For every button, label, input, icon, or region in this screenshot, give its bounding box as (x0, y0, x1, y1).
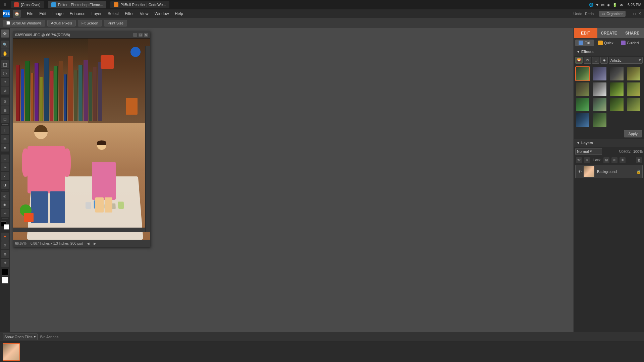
effect-thumb-11[interactable] (609, 97, 624, 112)
bg-fg-color-box[interactable] (2, 277, 8, 284)
menu-layer[interactable]: Layer (89, 10, 104, 17)
tab-editor[interactable]: Editor - Photoshop Eleme... (48, 1, 107, 8)
background-layer-row[interactable]: 👁 Background 🔒 (575, 165, 643, 178)
magic-wand-tool[interactable]: ✦ (1, 78, 9, 86)
win-restore[interactable]: □ (633, 12, 636, 16)
filmstrip-item-1[interactable] (3, 343, 20, 361)
styles-btn[interactable]: ◈ (600, 57, 608, 64)
redo-button[interactable]: Redo (585, 12, 594, 16)
zoom-tool[interactable]: 🔍 (1, 41, 9, 49)
nav-next[interactable]: ▶ (94, 242, 96, 245)
apply-button[interactable]: Apply (624, 130, 642, 137)
effect-thumb-4[interactable] (626, 66, 641, 81)
menu-window[interactable]: Window (152, 10, 172, 17)
clone-stamp-tool[interactable]: ⊕ (1, 250, 9, 258)
recompose-tool[interactable]: ⊞ (1, 106, 9, 114)
effect-thumb-5[interactable] (575, 82, 590, 97)
effect-thumb-1[interactable] (575, 66, 590, 81)
print-size-button[interactable]: Print Size (104, 20, 127, 26)
move-tool[interactable]: ✥ (1, 29, 9, 38)
layer-styles-btn[interactable]: ⧉ (584, 57, 591, 64)
win-close[interactable]: ✕ (638, 11, 641, 16)
tab-pitbull[interactable]: PitBull Reseller | CodeWe... (110, 1, 169, 8)
menu-edit[interactable]: Edit (37, 10, 49, 17)
eraser-tool[interactable]: ◨ (1, 181, 9, 189)
effect-thumb-13[interactable] (575, 113, 590, 127)
share-mode-tab[interactable]: SHARE (621, 28, 644, 38)
healing-tool[interactable]: ✚ (1, 259, 9, 267)
pencil-tool[interactable]: ∕ (1, 172, 9, 180)
nav-prev[interactable]: ◀ (87, 242, 90, 245)
menu-image[interactable]: Image (50, 10, 66, 17)
blend-mode-dropdown[interactable]: Normal ▾ (575, 148, 602, 155)
lock-transparent-btn[interactable]: ⊠ (603, 157, 609, 163)
effect-thumb-9[interactable] (575, 97, 590, 112)
lock-paint-btn[interactable]: ✏ (611, 157, 618, 163)
straighten-tool[interactable]: ◫ (1, 115, 9, 123)
brush-tool[interactable]: ✏ (1, 163, 9, 171)
tab-crossover[interactable]: [CrossOver] (11, 1, 44, 8)
effect-thumb-12[interactable] (626, 97, 641, 112)
effects-header[interactable]: ▼ Effects (574, 48, 644, 56)
edit-mode-tab[interactable]: EDIT (574, 28, 597, 38)
menu-enhance[interactable]: Enhance (67, 10, 88, 17)
color-swatches[interactable] (1, 222, 9, 230)
heart-tool[interactable]: ♥ (1, 233, 9, 241)
hand-tool[interactable]: ✋ (1, 49, 9, 57)
effect-thumb-8[interactable] (626, 82, 641, 97)
sponge-tool[interactable]: ◉ (1, 200, 9, 208)
quick-select-tool[interactable]: ⊘ (1, 86, 9, 95)
layer-visibility-eye[interactable]: 👁 (577, 169, 582, 174)
canvas-minimize[interactable]: ─ (133, 33, 137, 37)
canvas-horizontal-scrollbar[interactable] (13, 228, 145, 232)
undo-button[interactable]: Undo (574, 12, 582, 16)
custom-shape-tool[interactable]: ★ (1, 143, 9, 152)
filters-btn[interactable]: ⊞ (592, 57, 599, 64)
canvas-restore[interactable]: □ (139, 33, 143, 37)
menu-file[interactable]: File (24, 10, 36, 17)
gradient-tool[interactable]: ▽ (1, 241, 9, 249)
create-mode-tab[interactable]: CREATE (597, 28, 621, 38)
scroll-all-checkbox[interactable] (6, 21, 10, 25)
effect-thumb-14[interactable] (592, 113, 607, 127)
guided-edit-tab[interactable]: Guided (618, 40, 642, 46)
layers-header[interactable]: ▼ Layers (574, 139, 644, 147)
scroll-all-windows-btn[interactable]: Scroll All Windows (3, 20, 45, 26)
delete-layer-btn[interactable]: 🗑 (636, 157, 642, 163)
menu-view[interactable]: View (137, 10, 151, 17)
menu-select[interactable]: Select (105, 10, 121, 17)
effect-thumb-3[interactable] (609, 66, 624, 81)
effects-category-dropdown[interactable]: Artistic ▾ (609, 57, 643, 64)
canvas-vertical-scrollbar[interactable] (145, 46, 150, 232)
canvas-content[interactable] (13, 39, 150, 240)
menu-filter[interactable]: Filter (122, 10, 137, 17)
home-button[interactable]: 🏠 (13, 10, 21, 18)
shape-tool[interactable]: ▭ (1, 135, 9, 143)
lasso-tool[interactable]: ◯ (1, 69, 9, 77)
effect-thumb-2[interactable] (592, 66, 607, 81)
show-open-files-dropdown[interactable]: Show Open Files ▾ (3, 334, 38, 340)
effect-thumb-6[interactable] (592, 82, 607, 97)
marquee-tool[interactable]: ⬚ (1, 60, 9, 68)
organizer-button[interactable]: 🗂 Organizer (599, 11, 625, 17)
lock-move-btn[interactable]: ✥ (620, 157, 626, 163)
fg-bg-color-box[interactable] (2, 269, 8, 276)
effect-thumb-10[interactable] (592, 97, 607, 112)
effect-thumb-7[interactable] (609, 82, 624, 97)
blur-tool[interactable]: ◎ (1, 192, 9, 200)
quick-edit-tab[interactable]: Quick (595, 40, 617, 46)
canvas-close[interactable]: ✕ (144, 33, 148, 37)
actual-pixels-button[interactable]: Actual Pixels (47, 20, 76, 26)
type-tool[interactable]: T (1, 126, 9, 134)
crop-tool[interactable]: ⧉ (1, 98, 9, 106)
win-minimize[interactable]: ─ (628, 12, 631, 16)
background-color[interactable] (4, 224, 9, 230)
photo-effects-btn[interactable]: 🌄 (575, 57, 583, 64)
menu-help[interactable]: Help (172, 10, 186, 17)
eyedropper-tool[interactable]: ⊹ (1, 209, 9, 217)
fit-screen-button[interactable]: Fit Screen (78, 20, 102, 26)
full-edit-tab[interactable]: Full (575, 40, 594, 46)
layer-visibility-toggle[interactable]: 👁 (576, 157, 582, 163)
paint-bucket-tool[interactable]: ⬦ (1, 155, 9, 163)
layer-brush-icon[interactable]: ✏ (584, 157, 590, 163)
